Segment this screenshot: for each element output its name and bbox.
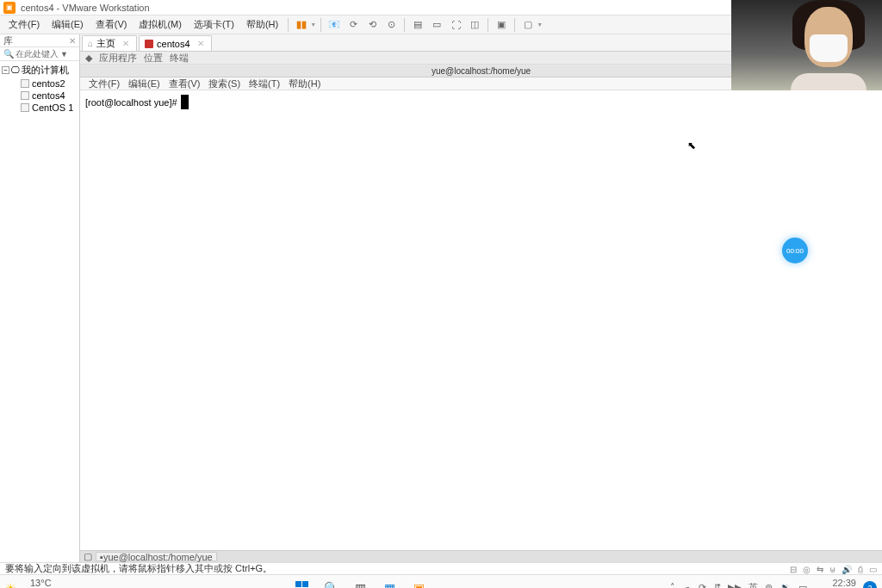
usb-icon[interactable]: ⊎ — [829, 565, 835, 574]
windows-taskbar: ☀ 13°C 多云 🔍 ▥ ▦ ▣ ˄ ☁ ⟳ ⇵ ▶▶ 英 ⊚ 🔉 ▭ 22:… — [0, 574, 882, 588]
tree-item-centos1[interactable]: CentOS 1 — [2, 102, 78, 114]
vm-menu-edit[interactable]: 编辑(E) — [125, 77, 164, 90]
computer-icon: 🖵 — [11, 65, 20, 75]
vm-bottom-panel: ▢ ▪ yue@localhost:/home/yue — [80, 550, 882, 562]
printer-icon[interactable]: ⎙ — [858, 565, 863, 574]
unity-icon[interactable]: ◫ — [466, 18, 483, 32]
sidebar-close-icon[interactable]: ✕ — [69, 36, 76, 46]
start-button[interactable] — [294, 579, 311, 589]
search-input[interactable] — [16, 49, 59, 59]
network-icon[interactable]: ⇆ — [817, 565, 823, 574]
pause-icon[interactable]: ▮▮ — [293, 18, 310, 32]
single-icon[interactable]: ▭ — [428, 18, 445, 32]
vm-menu-view[interactable]: 查看(V) — [165, 77, 204, 90]
window-title: centos4 - VMware Workstation — [21, 3, 150, 13]
fullscreen-icon[interactable]: ⛶ — [447, 18, 464, 32]
cd-icon[interactable]: ◎ — [803, 565, 811, 574]
dropdown-arrow-icon[interactable]: ▼ — [310, 22, 316, 28]
media-icon[interactable]: ▶▶ — [728, 582, 742, 588]
tray-chevron-icon[interactable]: ˄ — [670, 582, 675, 588]
vmware-icon: ▣ — [3, 2, 16, 14]
weather-widget[interactable]: 13°C 多云 — [30, 579, 52, 589]
vm-menu-help[interactable]: 帮助(H) — [285, 77, 324, 90]
menu-file[interactable]: 文件(F) — [3, 16, 45, 33]
vm-task-label: yue@localhost:/home/yue — [103, 552, 213, 562]
sidebar-title: 库 — [3, 34, 13, 47]
console-icon[interactable]: ▢ — [519, 18, 537, 32]
menu-edit[interactable]: 编辑(E) — [47, 16, 89, 33]
send-icon[interactable]: 📧 — [326, 18, 343, 32]
vm-icon — [21, 79, 29, 88]
vm-menu-search[interactable]: 搜索(S) — [205, 77, 244, 90]
tree-label: CentOS 1 — [32, 102, 73, 113]
tree-item-centos4[interactable]: centos4 — [2, 90, 78, 102]
sound-icon[interactable]: 🔊 — [842, 565, 852, 574]
show-desktop-icon[interactable]: ▢ — [84, 551, 92, 562]
security-icon[interactable]: ⇵ — [713, 582, 721, 588]
collapse-icon[interactable]: − — [2, 66, 9, 74]
search-dropdown-icon[interactable]: ▼ — [60, 50, 68, 59]
ime-indicator[interactable]: 英 — [748, 581, 758, 588]
status-hint: 要将输入定向到该虚拟机，请将鼠标指针移入其中或按 Ctrl+G。 — [5, 562, 272, 575]
menu-help[interactable]: 帮助(H) — [241, 16, 283, 33]
clock[interactable]: 22:39 2022/10/3 — [814, 579, 856, 589]
battery-icon[interactable]: ▭ — [798, 582, 807, 588]
taskbar-app[interactable]: ▦ — [382, 579, 399, 589]
tab-centos4[interactable]: centos4 ✕ — [139, 35, 212, 51]
taskbar-vmware[interactable]: ▣ — [411, 579, 428, 589]
tree-label: centos2 — [32, 78, 65, 89]
menu-tabs[interactable]: 选项卡(T) — [189, 16, 239, 33]
weather-temp: 13°C — [30, 579, 52, 588]
volume-icon[interactable]: 🔉 — [780, 582, 792, 588]
vm-icon — [145, 40, 153, 48]
vm-panel-terminal[interactable]: 终端 — [170, 52, 189, 65]
webcam-overlay — [731, 0, 882, 90]
tree-label: centos4 — [32, 90, 65, 101]
menu-vm[interactable]: 虚拟机(M) — [134, 16, 187, 33]
disk-icon[interactable]: ⊟ — [790, 565, 797, 574]
vm-task-button[interactable]: ▪ yue@localhost:/home/yue — [96, 552, 217, 561]
separator — [404, 18, 405, 32]
sidebar: 库 ✕ 🔍 ▼ − 🖵 我的计算机 centos2 centos4 — [0, 34, 80, 562]
terminal[interactable]: [root@localhost yue]# — [80, 90, 882, 550]
thumbnail-icon[interactable]: ▤ — [409, 18, 426, 32]
tree-item-centos2[interactable]: centos2 — [2, 77, 78, 90]
apps-icon: ◆ — [85, 53, 92, 64]
search-button[interactable]: 🔍 — [323, 579, 340, 589]
sidebar-header: 库 ✕ — [0, 34, 79, 47]
time-text: 22:39 — [832, 579, 856, 588]
recording-timer[interactable]: 00:00 — [782, 238, 808, 263]
tab-home[interactable]: ⌂ 主页 ✕ — [82, 35, 137, 51]
sidebar-search[interactable]: 🔍 ▼ — [0, 47, 79, 61]
sync-icon[interactable]: ⟳ — [699, 582, 706, 588]
separator — [288, 18, 289, 32]
tab-label: 主页 — [96, 37, 115, 50]
vm-menu-terminal[interactable]: 终端(T) — [245, 77, 283, 90]
tree-root[interactable]: − 🖵 我的计算机 — [2, 63, 78, 77]
display-icon[interactable]: ▭ — [869, 565, 877, 574]
terminal-prompt: [root@localhost yue]# — [85, 97, 180, 108]
snapshot-icon[interactable]: ⟳ — [345, 18, 362, 32]
separator — [488, 18, 488, 32]
onedrive-icon[interactable]: ☁ — [682, 582, 692, 588]
wifi-icon[interactable]: ⊚ — [765, 582, 773, 588]
revert-icon[interactable]: ⟲ — [363, 18, 381, 32]
vm-icon — [21, 103, 29, 112]
vm-menu-file[interactable]: 文件(F) — [85, 77, 123, 90]
menu-view[interactable]: 查看(V) — [90, 16, 133, 33]
dropdown-arrow-icon[interactable]: ▼ — [537, 22, 543, 28]
search-icon: 🔍 — [3, 49, 14, 59]
home-icon: ⌂ — [88, 39, 93, 48]
tab-close-icon[interactable]: ✕ — [122, 39, 129, 48]
separator — [320, 18, 321, 32]
notification-badge[interactable]: 2 — [863, 581, 877, 589]
vm-panel-places[interactable]: 位置 — [144, 52, 163, 65]
task-view-button[interactable]: ▥ — [352, 579, 370, 589]
vm-tree: − 🖵 我的计算机 centos2 centos4 CentOS 1 — [0, 61, 79, 115]
vm-panel-apps[interactable]: 应用程序 — [99, 52, 137, 65]
tree-root-label: 我的计算机 — [22, 64, 69, 77]
stretch-icon[interactable]: ▣ — [493, 18, 510, 32]
tab-close-icon[interactable]: ✕ — [197, 39, 204, 48]
vmware-status-bar: 要将输入定向到该虚拟机，请将鼠标指针移入其中或按 Ctrl+G。 ⊟ ◎ ⇆ ⊎… — [0, 562, 882, 574]
manage-snapshot-icon[interactable]: ⊙ — [382, 18, 400, 32]
